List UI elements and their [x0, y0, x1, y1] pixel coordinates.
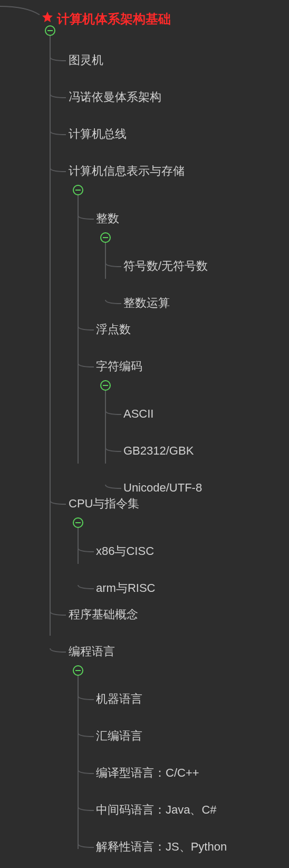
node-signed[interactable]: 符号数/无符号数 [123, 259, 208, 274]
node-info-rep[interactable]: 计算机信息表示与存储 [69, 164, 185, 179]
toggle-prog-lang[interactable] [73, 665, 83, 676]
node-asm-lang[interactable]: 汇编语言 [96, 729, 142, 744]
toggle-info-rep[interactable] [73, 185, 83, 195]
node-interpreted-lang[interactable]: 解释性语言：JS、Python [96, 839, 227, 855]
node-integer[interactable]: 整数 [96, 211, 119, 227]
tree-connectors [0, 0, 289, 868]
toggle-root[interactable] [45, 25, 55, 36]
node-machine-lang[interactable]: 机器语言 [96, 692, 142, 707]
node-unicode[interactable]: Unicode/UTF-8 [123, 480, 202, 496]
node-program-basics[interactable]: 程序基础概念 [69, 607, 138, 622]
node-ascii[interactable]: ASCII [123, 407, 153, 422]
node-cpu[interactable]: CPU与指令集 [69, 496, 139, 512]
node-bus[interactable]: 计算机总线 [69, 127, 127, 142]
node-turing[interactable]: 图灵机 [69, 53, 103, 68]
star-icon [41, 11, 54, 23]
node-bytecode-lang[interactable]: 中间码语言：Java、C# [96, 803, 217, 818]
node-arm[interactable]: arm与RISC [96, 581, 155, 596]
node-compiled-lang[interactable]: 编译型语言：C/C++ [96, 766, 199, 781]
node-von-neumann[interactable]: 冯诺依曼体系架构 [69, 90, 161, 105]
toggle-cpu[interactable] [73, 517, 83, 528]
node-char-enc[interactable]: 字符编码 [96, 359, 142, 374]
root-node[interactable]: 计算机体系架构基础 [57, 11, 171, 27]
node-int-ops[interactable]: 整数运算 [123, 296, 170, 311]
node-x86[interactable]: x86与CISC [96, 544, 154, 559]
node-prog-lang[interactable]: 编程语言 [69, 644, 115, 659]
node-float[interactable]: 浮点数 [96, 322, 131, 337]
toggle-char-enc[interactable] [100, 380, 111, 391]
node-gbk[interactable]: GB2312/GBK [123, 444, 194, 459]
toggle-integer[interactable] [100, 232, 111, 243]
